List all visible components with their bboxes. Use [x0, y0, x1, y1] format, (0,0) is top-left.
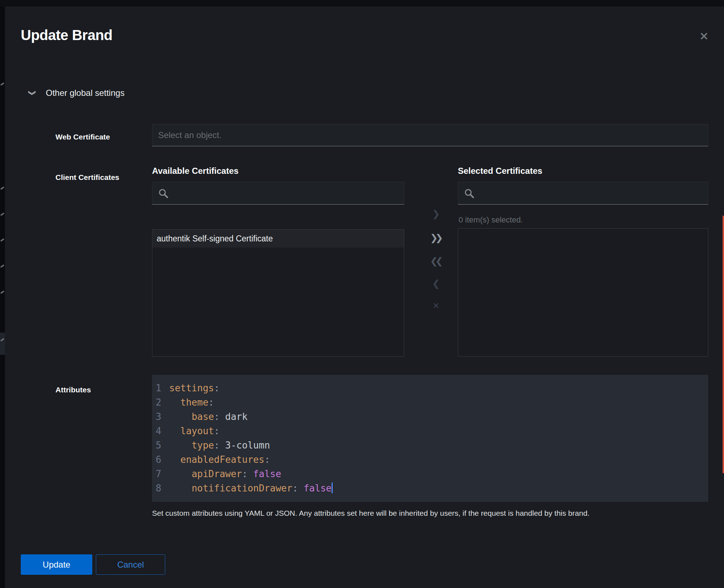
code-line: 3 base: dark	[152, 410, 708, 424]
line-number: 4	[152, 424, 165, 438]
sidebar-sliver	[0, 6, 5, 588]
attributes-code-editor[interactable]: 1settings:2 theme:3 base: dark4 layout:5…	[152, 375, 708, 502]
update-brand-modal: Update Brand ✕ ❯ Other global settings W…	[5, 6, 724, 588]
clear-selected-button[interactable]: ✕	[432, 299, 440, 313]
page-top-strip	[0, 0, 724, 6]
web-certificate-label: Web Certificate	[55, 133, 110, 141]
sidebar-icon-fragment	[0, 212, 4, 216]
available-search-box[interactable]	[152, 182, 404, 205]
notification-edge-strip	[723, 216, 724, 473]
code-line: 8 notificationDrawer: false	[152, 481, 708, 495]
attributes-label: Attributes	[55, 386, 91, 394]
move-selected-right-button[interactable]: ❯	[432, 207, 440, 221]
code-line: 5 type: 3-column	[152, 438, 708, 452]
sidebar-icon-fragment	[0, 186, 4, 190]
available-search-input[interactable]	[152, 182, 404, 204]
section-label: Other global settings	[46, 88, 124, 98]
section-header-other-global-settings[interactable]: ❯ Other global settings	[28, 85, 124, 101]
close-icon[interactable]: ✕	[696, 29, 712, 44]
transfer-controls: ❯❯❯❮❮❮✕	[424, 207, 448, 313]
certificate-list-item[interactable]: authentik Self-signed Certificate	[152, 230, 404, 248]
attributes-help-text: Set custom attributes using YAML or JSON…	[152, 509, 696, 518]
screen: Update Brand ✕ ❯ Other global settings W…	[0, 0, 724, 588]
move-all-right-button[interactable]: ❯❯	[431, 231, 441, 245]
line-number: 6	[152, 452, 165, 467]
available-certificates-heading: Available Certificates	[152, 166, 239, 176]
web-certificate-input[interactable]	[152, 124, 708, 146]
sidebar-icon-fragment	[0, 264, 4, 268]
line-number: 8	[152, 481, 165, 495]
sidebar-icon-fragment	[0, 82, 4, 86]
code-line: 7 apiDrawer: false	[152, 467, 708, 481]
line-number: 1	[152, 381, 165, 395]
selected-search-input[interactable]	[458, 182, 708, 204]
update-button[interactable]: Update	[21, 554, 92, 575]
web-certificate-select[interactable]	[152, 124, 708, 146]
selected-certificates-list[interactable]	[458, 228, 708, 357]
chevron-down-icon: ❯	[28, 88, 37, 98]
cancel-button[interactable]: Cancel	[96, 554, 165, 575]
code-line: 2 theme:	[152, 395, 708, 410]
line-number: 7	[152, 467, 165, 481]
code-line: 6 enabledFeatures:	[152, 452, 708, 467]
code-line: 1settings:	[152, 381, 708, 395]
code-line: 4 layout:	[152, 424, 708, 438]
sidebar-active-item-fragment	[0, 333, 5, 355]
code-lines: 1settings:2 theme:3 base: dark4 layout:5…	[152, 381, 708, 495]
search-icon	[464, 188, 475, 199]
line-number: 3	[152, 410, 165, 424]
selected-count-status: 0 item(s) selected.	[459, 215, 523, 225]
selected-search-box[interactable]	[458, 182, 708, 205]
line-number: 2	[152, 395, 165, 410]
search-icon	[158, 188, 169, 199]
client-certificates-label: Client Certificates	[55, 173, 119, 182]
line-number: 5	[152, 438, 165, 452]
text-cursor	[332, 482, 333, 493]
move-selected-left-button[interactable]: ❮	[432, 276, 440, 291]
modal-title: Update Brand	[21, 27, 112, 43]
sidebar-icon-fragment	[0, 290, 4, 294]
available-certificates-list[interactable]: authentik Self-signed Certificate	[152, 229, 404, 357]
sidebar-icon-fragment	[0, 238, 4, 242]
move-all-left-button[interactable]: ❮❮	[431, 254, 441, 268]
selected-certificates-heading: Selected Certificates	[458, 166, 542, 176]
